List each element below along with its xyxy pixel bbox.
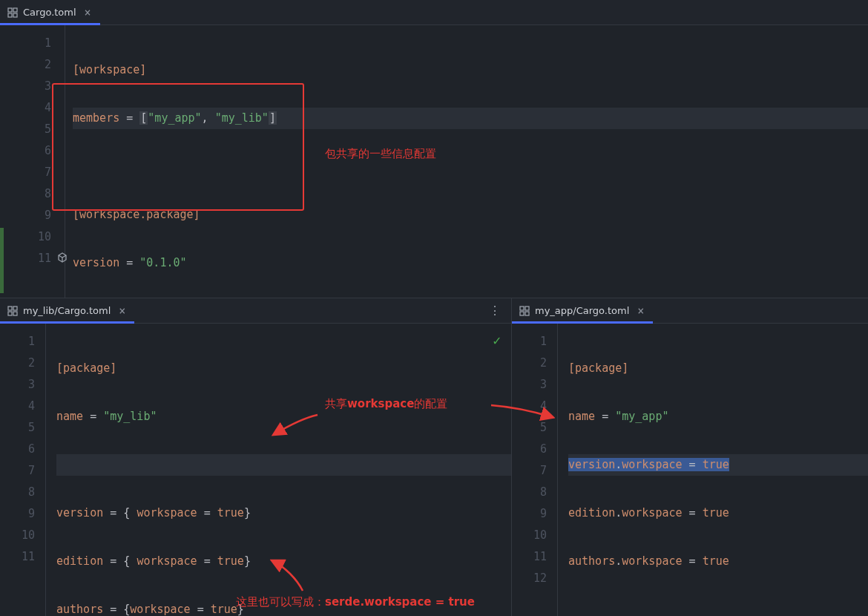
svg-rect-2 xyxy=(8,13,12,17)
svg-rect-1 xyxy=(13,8,17,12)
editor-left[interactable]: ✓ 1234 5678 91011 [package] name = "my_l… xyxy=(0,324,511,616)
tab-label: my_lib/Cargo.toml xyxy=(23,305,111,316)
svg-rect-8 xyxy=(520,307,524,310)
gutter: 1234 5678 9101112 xyxy=(512,324,558,616)
code[interactable]: [package] name = "my_lib" version = { wo… xyxy=(46,324,511,616)
toml-file-icon xyxy=(7,306,18,316)
toml-file-icon xyxy=(7,7,18,18)
tabbar-left: my_lib/Cargo.toml × ⋮ xyxy=(0,298,511,324)
svg-rect-0 xyxy=(8,8,12,12)
tabbar-top: Cargo.toml × xyxy=(0,0,868,25)
tab-mylib-cargo[interactable]: my_lib/Cargo.toml × xyxy=(0,298,134,323)
svg-rect-9 xyxy=(525,307,529,310)
svg-rect-7 xyxy=(13,312,17,315)
editor-right[interactable]: 1234 5678 9101112 [package] name = "my_a… xyxy=(512,324,868,616)
tab-label: my_app/Cargo.toml xyxy=(535,305,629,316)
svg-rect-3 xyxy=(13,13,17,17)
more-icon[interactable]: ⋮ xyxy=(489,304,502,318)
toml-file-icon xyxy=(519,306,530,316)
highlight-box-workspace-package xyxy=(52,83,304,211)
gutter: 1 2 3 4 5 6 7 8 9 10 11 xyxy=(0,25,65,298)
close-icon[interactable]: × xyxy=(85,6,91,19)
code[interactable]: [workspace] members = ["my_app", "my_lib… xyxy=(65,25,868,298)
code[interactable]: [package] name = "my_app" version.worksp… xyxy=(558,324,868,616)
svg-rect-11 xyxy=(525,312,529,315)
close-icon[interactable]: × xyxy=(637,304,644,318)
close-icon[interactable]: × xyxy=(119,304,125,318)
svg-rect-5 xyxy=(13,307,17,310)
svg-rect-6 xyxy=(8,312,12,315)
tab-label: Cargo.toml xyxy=(23,7,76,18)
svg-rect-4 xyxy=(8,307,12,310)
tabbar-right: my_app/Cargo.toml × xyxy=(512,298,868,324)
editor-top[interactable]: 1 2 3 4 5 6 7 8 9 10 11 [workspace] memb… xyxy=(0,25,868,298)
gutter: 1234 5678 91011 xyxy=(0,324,46,616)
svg-rect-10 xyxy=(520,312,524,315)
tab-cargo-toml[interactable]: Cargo.toml × xyxy=(0,0,100,24)
tab-myapp-cargo[interactable]: my_app/Cargo.toml × xyxy=(512,298,653,323)
